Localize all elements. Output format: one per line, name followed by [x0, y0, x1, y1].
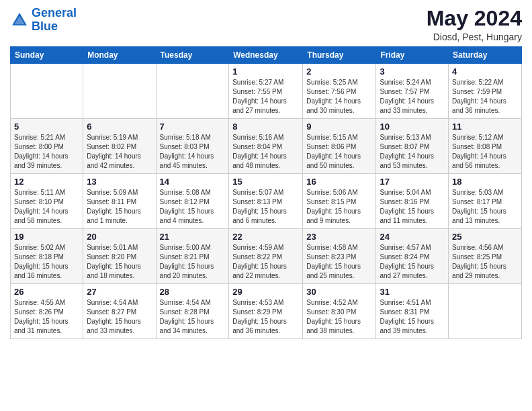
- day-info: Sunrise: 4:58 AM Sunset: 8:23 PM Dayligh…: [306, 243, 372, 281]
- day-number: 31: [380, 287, 445, 297]
- day-number: 9: [306, 122, 372, 132]
- day-cell: 17Sunrise: 5:04 AM Sunset: 8:16 PM Dayli…: [376, 174, 449, 229]
- day-number: 15: [232, 177, 299, 187]
- logo-icon: [10, 11, 29, 30]
- day-cell: 27Sunrise: 4:54 AM Sunset: 8:27 PM Dayli…: [83, 284, 156, 339]
- day-cell: 28Sunrise: 4:54 AM Sunset: 8:28 PM Dayli…: [156, 284, 229, 339]
- day-info: Sunrise: 5:03 AM Sunset: 8:17 PM Dayligh…: [452, 188, 518, 226]
- logo: General Blue: [10, 7, 77, 34]
- day-info: Sunrise: 5:13 AM Sunset: 8:07 PM Dayligh…: [380, 133, 445, 171]
- logo-text: General Blue: [32, 7, 77, 34]
- day-info: Sunrise: 5:16 AM Sunset: 8:04 PM Dayligh…: [232, 133, 299, 171]
- day-number: 17: [380, 177, 445, 187]
- day-info: Sunrise: 5:18 AM Sunset: 8:03 PM Dayligh…: [160, 133, 226, 171]
- day-cell: 18Sunrise: 5:03 AM Sunset: 8:17 PM Dayli…: [449, 174, 522, 229]
- day-number: 19: [14, 232, 79, 242]
- col-saturday: Saturday: [449, 47, 522, 64]
- day-cell: 8Sunrise: 5:16 AM Sunset: 8:04 PM Daylig…: [229, 119, 303, 174]
- week-row-4: 19Sunrise: 5:02 AM Sunset: 8:18 PM Dayli…: [11, 229, 522, 284]
- day-info: Sunrise: 4:57 AM Sunset: 8:24 PM Dayligh…: [380, 243, 445, 281]
- day-cell: 23Sunrise: 4:58 AM Sunset: 8:23 PM Dayli…: [303, 229, 376, 284]
- day-number: 2: [306, 66, 372, 77]
- day-info: Sunrise: 5:27 AM Sunset: 7:55 PM Dayligh…: [232, 78, 299, 116]
- day-number: 29: [232, 287, 299, 297]
- day-info: Sunrise: 5:09 AM Sunset: 8:11 PM Dayligh…: [87, 188, 152, 226]
- day-info: Sunrise: 5:07 AM Sunset: 8:13 PM Dayligh…: [232, 188, 299, 226]
- day-info: Sunrise: 5:21 AM Sunset: 8:00 PM Dayligh…: [14, 133, 79, 171]
- day-info: Sunrise: 5:04 AM Sunset: 8:16 PM Dayligh…: [380, 188, 445, 226]
- day-cell: 6Sunrise: 5:19 AM Sunset: 8:02 PM Daylig…: [83, 119, 156, 174]
- day-info: Sunrise: 5:11 AM Sunset: 8:10 PM Dayligh…: [14, 188, 79, 226]
- day-number: 13: [87, 177, 152, 187]
- logo-line2: Blue: [32, 19, 58, 33]
- day-cell: 2Sunrise: 5:25 AM Sunset: 7:56 PM Daylig…: [303, 64, 376, 119]
- week-row-5: 26Sunrise: 4:55 AM Sunset: 8:26 PM Dayli…: [11, 284, 522, 339]
- day-number: 11: [452, 122, 518, 132]
- day-cell: 13Sunrise: 5:09 AM Sunset: 8:11 PM Dayli…: [83, 174, 156, 229]
- day-cell: 7Sunrise: 5:18 AM Sunset: 8:03 PM Daylig…: [156, 119, 229, 174]
- day-cell: 4Sunrise: 5:22 AM Sunset: 7:59 PM Daylig…: [449, 64, 522, 119]
- week-row-1: 1Sunrise: 5:27 AM Sunset: 7:55 PM Daylig…: [11, 64, 522, 119]
- day-info: Sunrise: 4:54 AM Sunset: 8:28 PM Dayligh…: [160, 298, 226, 336]
- day-info: Sunrise: 5:25 AM Sunset: 7:56 PM Dayligh…: [306, 78, 372, 116]
- day-number: 21: [160, 232, 226, 242]
- day-number: 4: [452, 66, 518, 77]
- day-cell: 19Sunrise: 5:02 AM Sunset: 8:18 PM Dayli…: [11, 229, 83, 284]
- day-number: 14: [160, 177, 226, 187]
- day-cell: [11, 64, 83, 119]
- calendar-table: Sunday Monday Tuesday Wednesday Thursday…: [10, 46, 522, 339]
- day-info: Sunrise: 5:24 AM Sunset: 7:57 PM Dayligh…: [380, 78, 445, 116]
- day-number: 6: [87, 122, 152, 132]
- day-cell: [156, 64, 229, 119]
- week-row-2: 5Sunrise: 5:21 AM Sunset: 8:00 PM Daylig…: [11, 119, 522, 174]
- day-info: Sunrise: 5:22 AM Sunset: 7:59 PM Dayligh…: [452, 78, 518, 116]
- day-number: 20: [87, 232, 152, 242]
- day-number: 24: [380, 232, 445, 242]
- day-cell: 29Sunrise: 4:53 AM Sunset: 8:29 PM Dayli…: [229, 284, 303, 339]
- day-info: Sunrise: 4:55 AM Sunset: 8:26 PM Dayligh…: [14, 298, 79, 336]
- day-info: Sunrise: 5:02 AM Sunset: 8:18 PM Dayligh…: [14, 243, 79, 281]
- day-number: 30: [306, 287, 372, 297]
- day-number: 12: [14, 177, 79, 187]
- day-cell: 14Sunrise: 5:08 AM Sunset: 8:12 PM Dayli…: [156, 174, 229, 229]
- day-cell: [449, 284, 522, 339]
- day-info: Sunrise: 4:51 AM Sunset: 8:31 PM Dayligh…: [380, 298, 445, 336]
- day-cell: 24Sunrise: 4:57 AM Sunset: 8:24 PM Dayli…: [376, 229, 449, 284]
- day-cell: 9Sunrise: 5:15 AM Sunset: 8:06 PM Daylig…: [303, 119, 376, 174]
- day-cell: 22Sunrise: 4:59 AM Sunset: 8:22 PM Dayli…: [229, 229, 303, 284]
- day-info: Sunrise: 4:53 AM Sunset: 8:29 PM Dayligh…: [232, 298, 299, 336]
- day-number: 1: [232, 66, 299, 77]
- day-number: 5: [14, 122, 79, 132]
- col-friday: Friday: [376, 47, 449, 64]
- day-cell: 20Sunrise: 5:01 AM Sunset: 8:20 PM Dayli…: [83, 229, 156, 284]
- day-cell: 21Sunrise: 5:00 AM Sunset: 8:21 PM Dayli…: [156, 229, 229, 284]
- week-row-3: 12Sunrise: 5:11 AM Sunset: 8:10 PM Dayli…: [11, 174, 522, 229]
- day-info: Sunrise: 5:06 AM Sunset: 8:15 PM Dayligh…: [306, 188, 372, 226]
- day-cell: 15Sunrise: 5:07 AM Sunset: 8:13 PM Dayli…: [229, 174, 303, 229]
- day-cell: 26Sunrise: 4:55 AM Sunset: 8:26 PM Dayli…: [11, 284, 83, 339]
- day-number: 25: [452, 232, 518, 242]
- month-title: May 2024: [427, 7, 522, 30]
- day-info: Sunrise: 5:01 AM Sunset: 8:20 PM Dayligh…: [87, 243, 152, 281]
- day-number: 23: [306, 232, 372, 242]
- day-cell: 16Sunrise: 5:06 AM Sunset: 8:15 PM Dayli…: [303, 174, 376, 229]
- calendar-body: 1Sunrise: 5:27 AM Sunset: 7:55 PM Daylig…: [11, 64, 522, 339]
- day-number: 7: [160, 122, 226, 132]
- day-info: Sunrise: 4:54 AM Sunset: 8:27 PM Dayligh…: [87, 298, 152, 336]
- day-info: Sunrise: 4:56 AM Sunset: 8:25 PM Dayligh…: [452, 243, 518, 281]
- day-number: 28: [160, 287, 226, 297]
- day-number: 22: [232, 232, 299, 242]
- day-number: 10: [380, 122, 445, 132]
- day-number: 3: [380, 66, 445, 77]
- col-sunday: Sunday: [11, 47, 83, 64]
- header-row: Sunday Monday Tuesday Wednesday Thursday…: [11, 47, 522, 64]
- col-tuesday: Tuesday: [156, 47, 229, 64]
- day-cell: 5Sunrise: 5:21 AM Sunset: 8:00 PM Daylig…: [11, 119, 83, 174]
- day-info: Sunrise: 5:08 AM Sunset: 8:12 PM Dayligh…: [160, 188, 226, 226]
- day-number: 27: [87, 287, 152, 297]
- day-number: 18: [452, 177, 518, 187]
- col-monday: Monday: [83, 47, 156, 64]
- day-cell: 30Sunrise: 4:52 AM Sunset: 8:30 PM Dayli…: [303, 284, 376, 339]
- day-number: 26: [14, 287, 79, 297]
- day-cell: 3Sunrise: 5:24 AM Sunset: 7:57 PM Daylig…: [376, 64, 449, 119]
